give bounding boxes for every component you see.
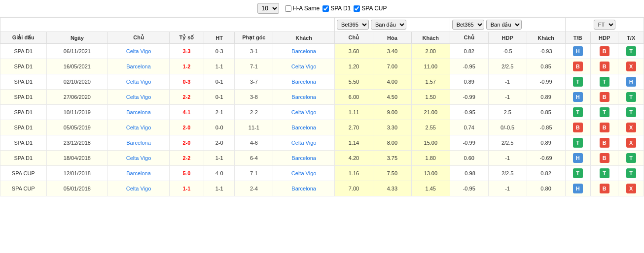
main-table-container: Bet365 Ban đầu Bet365 Ban đầu (0, 17, 644, 196)
cell-tyso: 2-2 (169, 151, 204, 166)
cell-r3: T (618, 151, 644, 166)
team-link[interactable]: Celta Vigo (126, 155, 151, 161)
cell-phat-goc: 3-8 (235, 90, 273, 105)
team-link[interactable]: Barcelona (126, 63, 151, 69)
cell-giai: SPA D1 (0, 44, 47, 59)
cell-r3: H (618, 74, 644, 90)
ha-same-label[interactable]: H-A Same (285, 5, 320, 12)
cell-hdp: -1 (488, 151, 527, 166)
table-row: SPA D1 05/05/2019 Celta Vigo 2-0 0-0 11-… (0, 120, 644, 135)
team-link[interactable]: Barcelona (126, 170, 151, 176)
cell-phat-goc: 3-1 (235, 44, 273, 59)
ft-group: FT (565, 18, 644, 32)
result-btn-b: B (573, 123, 583, 132)
cell-tyso: 1-2 (169, 59, 204, 74)
result-btn-t: T (573, 168, 583, 178)
team-link[interactable]: Celta Vigo (126, 125, 151, 130)
header-giai: Giải đấu (0, 32, 47, 44)
result-btn-t: T (573, 77, 583, 87)
result-btn-t: T (600, 77, 609, 87)
cell-r2: B (590, 120, 618, 135)
team-link[interactable]: Barcelona (291, 155, 316, 161)
cell-khach-odds: 2.55 (411, 120, 450, 135)
cell-ht: 2-0 (204, 135, 235, 151)
cell-khach-hdp: 0.82 (527, 166, 565, 181)
cell-khach-odds: 21.00 (411, 105, 450, 120)
cell-phat-goc: 3-7 (235, 74, 273, 90)
cell-chu-odds: 3.60 (334, 44, 373, 59)
filter-group: H-A Same SPA D1 SPA CUP (285, 5, 387, 12)
cell-phat-goc: 6-4 (235, 151, 273, 166)
bet365-select-2[interactable]: Bet365 (452, 20, 484, 30)
result-btn-t: T (626, 153, 636, 163)
count-select[interactable]: 10 20 30 (257, 3, 279, 14)
cell-hdp: 2.5 (488, 105, 527, 120)
cell-r2: T (590, 166, 618, 181)
bet365-select-1[interactable]: Bet365 (337, 20, 369, 30)
result-btn-b: B (600, 138, 609, 148)
cell-r3: X (618, 181, 644, 196)
cell-r1: T (565, 166, 590, 181)
team-link[interactable]: Celta Vigo (126, 94, 151, 100)
left-spacer (0, 18, 335, 32)
team-link[interactable]: Barcelona (291, 94, 316, 100)
team-link[interactable]: Barcelona (291, 48, 316, 54)
cell-tyso: 1-1 (169, 181, 204, 196)
table-body: SPA D1 06/11/2021 Celta Vigo 3-3 0-3 3-1… (0, 44, 644, 196)
cell-phat-goc: 2-2 (235, 105, 273, 120)
ft-select[interactable]: FT (594, 20, 615, 30)
cell-chu: Celta Vigo (108, 181, 170, 196)
cell-chu-odds: 7.00 (334, 181, 373, 196)
ban-dau-select-1[interactable]: Ban đầu (371, 20, 406, 30)
ban-dau-select-2[interactable]: Ban đầu (486, 20, 522, 30)
team-link[interactable]: Barcelona (291, 186, 316, 191)
cell-chu: Barcelona (108, 59, 170, 74)
ha-same-checkbox[interactable] (285, 5, 291, 12)
cell-ngay: 27/06/2020 (46, 90, 108, 105)
header-chu3: Chủ (450, 32, 488, 44)
cell-khach: Barcelona (273, 74, 335, 90)
result-btn-b: B (600, 123, 609, 132)
cell-khach: Celta Vigo (273, 59, 335, 74)
cell-chu-odds: 1.20 (334, 59, 373, 74)
team-link[interactable]: Barcelona (126, 140, 151, 146)
cell-chu-hdp: -0.95 (450, 59, 488, 74)
team-link[interactable]: Celta Vigo (126, 79, 151, 85)
team-link[interactable]: Barcelona (291, 125, 316, 130)
result-btn-b: B (600, 184, 609, 193)
cell-chu-hdp: 0.82 (450, 44, 488, 59)
header-tyso: Tỷ số (169, 32, 204, 44)
result-btn-b: B (600, 92, 609, 102)
team-link[interactable]: Barcelona (126, 109, 151, 115)
team-link[interactable]: Celta Vigo (291, 170, 317, 176)
spa-cup-checkbox[interactable] (354, 5, 360, 12)
spa-d1-label[interactable]: SPA D1 (322, 5, 351, 12)
spa-cup-label[interactable]: SPA CUP (354, 5, 387, 12)
cell-tyso: 0-3 (169, 74, 204, 90)
team-link[interactable]: Celta Vigo (126, 186, 151, 191)
team-link[interactable]: Celta Vigo (291, 109, 317, 115)
cell-tyso: 5-0 (169, 166, 204, 181)
cell-ngay: 16/05/2021 (46, 59, 108, 74)
cell-r2: B (590, 44, 618, 59)
cell-r3: X (618, 59, 644, 74)
cell-chu-hdp: -0.98 (450, 166, 488, 181)
result-btn-h: H (573, 153, 583, 163)
cell-ht: 0-1 (204, 74, 235, 90)
cell-ht: 1-1 (204, 59, 235, 74)
header-chu: Chủ (108, 32, 170, 44)
cell-khach-hdp: 0.89 (527, 90, 565, 105)
team-link[interactable]: Celta Vigo (291, 140, 317, 146)
cell-r1: H (565, 90, 590, 105)
team-link[interactable]: Celta Vigo (291, 63, 317, 69)
cell-khach-odds: 13.00 (411, 166, 450, 181)
spa-d1-checkbox[interactable] (322, 5, 329, 12)
cell-khach-hdp: 0.89 (527, 135, 565, 151)
cell-khach: Celta Vigo (273, 135, 335, 151)
cell-r1: B (565, 59, 590, 74)
team-link[interactable]: Celta Vigo (126, 48, 151, 54)
cell-hoa-odds: 3.40 (373, 44, 411, 59)
result-btn-t: T (600, 168, 609, 178)
result-btn-x: X (626, 184, 636, 193)
team-link[interactable]: Barcelona (291, 79, 316, 85)
